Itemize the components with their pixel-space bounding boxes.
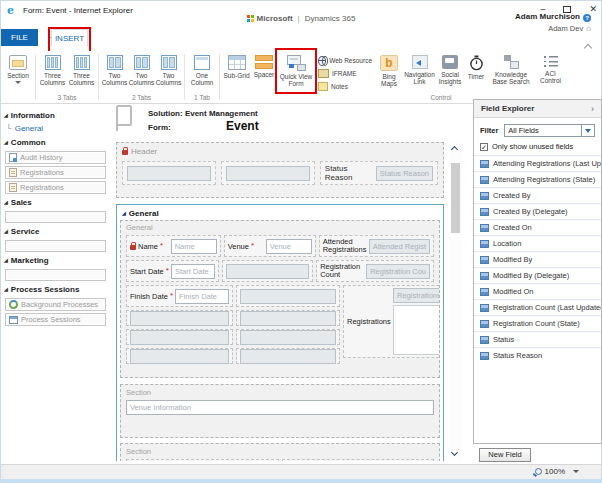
status-reason-field[interactable]: Status Reason — [376, 166, 433, 181]
empty-field-box[interactable] — [240, 311, 336, 326]
quick-view-form-button[interactable]: Quick View Form — [277, 51, 315, 93]
registration-count-cell[interactable]: Registration Count Registration Cou — [316, 260, 434, 282]
registration-count-field[interactable]: Registration Cou — [366, 264, 430, 279]
registrations-field[interactable]: Registrations — [393, 288, 440, 303]
scroll-up-icon[interactable] — [451, 146, 458, 153]
zoom-caret-icon[interactable] — [573, 470, 579, 473]
empty-cell[interactable] — [236, 329, 340, 345]
empty-field-box[interactable] — [130, 311, 229, 326]
status-reason-cell[interactable]: Status Reason Status Reason — [320, 161, 438, 185]
nav-item-general[interactable]: └ General — [4, 122, 107, 134]
finish-date-cell[interactable]: Finish Date * Finish Date — [126, 285, 233, 307]
field-list-item[interactable]: Registration Count (Last Updated On) — [474, 299, 601, 315]
nav-item-process-sessions[interactable]: Process Sessions — [5, 313, 106, 326]
field-list-item[interactable]: Created By — [474, 187, 601, 203]
header-section[interactable]: Header Status Reason Status Reason — [116, 142, 444, 198]
empty-field-box[interactable] — [226, 264, 309, 279]
web-resource-button[interactable]: Web Resource — [318, 55, 372, 66]
empty-cell[interactable] — [126, 459, 279, 461]
bing-maps-button[interactable]: b Bing Maps — [375, 51, 403, 93]
field-list-item[interactable]: Attending Registrations (Last Updated... — [474, 155, 601, 171]
social-insights-button[interactable]: Social Insights — [436, 51, 464, 93]
field-list-item[interactable]: Created On — [474, 219, 601, 235]
empty-field-box[interactable] — [240, 349, 336, 364]
registrations-subgrid-cell[interactable]: Registrations Registrations — [343, 285, 440, 358]
notes-button[interactable]: Notes — [318, 81, 372, 92]
three-columns-2-button[interactable]: Three Columns — [67, 51, 96, 93]
attended-registrations-cell[interactable]: Attended Registrations Attended Regist — [319, 235, 434, 257]
empty-field-box[interactable] — [130, 330, 229, 345]
start-date-input[interactable]: Start Date — [171, 264, 215, 279]
venue-input[interactable]: Venue — [266, 239, 312, 254]
timer-button[interactable]: Timer — [464, 51, 488, 93]
field-list-item[interactable]: Location — [474, 235, 601, 251]
venue-field-cell[interactable]: Venue * Venue — [224, 235, 316, 257]
empty-cell[interactable] — [282, 459, 435, 461]
nav-empty-slot[interactable] — [5, 211, 106, 223]
field-list-item[interactable]: Modified On — [474, 283, 601, 299]
field-list-item[interactable]: Modified By (Delegate) — [474, 267, 601, 283]
nav-section-marketing[interactable]: ◢ Marketing — [4, 254, 107, 267]
field-list-item[interactable]: Modified By — [474, 251, 601, 267]
tab-file[interactable]: FILE — [1, 29, 38, 46]
empty-cell[interactable] — [126, 329, 233, 345]
general-tab-title-row[interactable]: ◢ General — [120, 207, 440, 220]
field-list-item[interactable]: Registration Count (State) — [474, 315, 601, 331]
empty-cell[interactable] — [236, 310, 340, 326]
empty-field-box[interactable] — [127, 166, 211, 181]
nav-item-registrations-1[interactable]: Registrations — [5, 166, 106, 179]
nav-section-information[interactable]: ◢ Information — [4, 109, 107, 122]
dropdown-button[interactable] — [581, 125, 594, 136]
attended-registrations-field[interactable]: Attended Regist — [369, 239, 430, 254]
subgrid-button[interactable]: Sub-Grid — [222, 51, 251, 93]
one-column-button[interactable]: One Column — [187, 51, 217, 93]
knowledge-base-search-button[interactable]: Knowledge Base Search — [488, 51, 534, 93]
venue-section[interactable]: Section Venue Information — [120, 384, 440, 438]
empty-field-box[interactable] — [240, 330, 336, 345]
nav-section-process-sessions[interactable]: ◢ Process Sessions — [4, 283, 107, 296]
field-list-item[interactable]: Created By (Delegate) — [474, 203, 601, 219]
empty-cell[interactable] — [236, 285, 340, 307]
two-columns-1-button[interactable]: Two Columns — [101, 51, 128, 93]
three-columns-1-button[interactable]: Three Columns — [38, 51, 67, 93]
bottom-section[interactable]: Section — [120, 443, 440, 461]
nav-item-registrations-2[interactable]: Registrations — [5, 181, 106, 194]
navigation-link-button[interactable]: Navigation Link — [403, 51, 436, 93]
filter-dropdown[interactable]: All Fields — [504, 124, 595, 137]
header-empty-cell[interactable] — [221, 161, 315, 185]
section-button[interactable]: Section — [3, 51, 33, 93]
spacer-button[interactable]: Spacer — [251, 51, 277, 93]
nav-section-sales[interactable]: ◢ Sales — [4, 196, 107, 209]
checkbox-checked-icon[interactable]: ✓ — [480, 143, 488, 151]
aci-control-button[interactable]: ACI Control — [534, 51, 567, 93]
empty-cell[interactable] — [236, 348, 340, 364]
registrations-subgrid-preview[interactable] — [393, 305, 440, 355]
two-columns-3-button[interactable]: Two Columns — [155, 51, 182, 93]
nav-empty-slot[interactable] — [5, 240, 106, 252]
nav-section-common[interactable]: ◢ Common — [4, 136, 107, 149]
empty-field-box[interactable] — [226, 166, 310, 181]
header-empty-cell[interactable] — [122, 161, 216, 185]
field-list-item[interactable]: Status Reason — [474, 347, 601, 363]
empty-cell[interactable] — [126, 348, 233, 364]
general-tab-container[interactable]: ◢ General General Name * Name Venue — [116, 204, 444, 461]
nav-section-service[interactable]: ◢ Service — [4, 225, 107, 238]
nav-empty-slot[interactable] — [5, 269, 106, 281]
venue-information-input[interactable]: Venue Information — [126, 400, 434, 415]
new-field-button[interactable]: New Field — [479, 448, 531, 462]
empty-field-box[interactable] — [130, 349, 229, 364]
help-icon[interactable]: ? — [583, 14, 591, 22]
unused-fields-checkbox-row[interactable]: ✓ Only show unused fields — [474, 139, 601, 155]
empty-field-box[interactable] — [240, 289, 336, 304]
finish-date-input[interactable]: Finish Date — [175, 289, 229, 304]
field-list-item[interactable]: Attending Registrations (State) — [474, 171, 601, 187]
name-field-cell[interactable]: Name * Name — [126, 235, 221, 257]
name-input[interactable]: Name — [171, 239, 217, 254]
field-list-item[interactable]: Status — [474, 331, 601, 347]
scroll-down-icon[interactable] — [451, 449, 458, 456]
iframe-button[interactable]: IFRAME — [318, 68, 372, 79]
start-date-cell[interactable]: Start Date * Start Date — [126, 260, 219, 282]
zoom-control[interactable]: 100% — [535, 467, 579, 476]
canvas-scrollbar[interactable] — [449, 141, 462, 461]
empty-cell[interactable] — [222, 260, 313, 282]
